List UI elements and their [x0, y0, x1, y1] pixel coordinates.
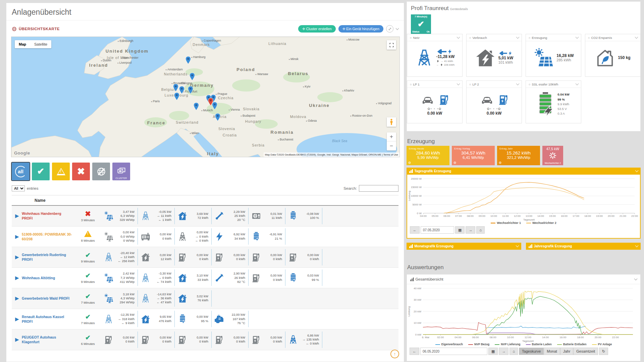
year-chart-bar[interactable]: Jahresgrafik Erzeugung [526, 243, 641, 250]
overall-overview-header[interactable]: Gesamtübersicht [407, 275, 640, 284]
calendar-button[interactable]: ▦ [455, 226, 465, 234]
plant-name[interactable]: Renault Autohaus Kassel PROFI [22, 314, 75, 324]
map-marker[interactable] [190, 72, 195, 81]
row-play-button[interactable]: ▶ [12, 316, 22, 322]
house-bolt-icon [475, 47, 496, 68]
tab-tageskurve[interactable]: Tageskurve [519, 348, 544, 355]
search-input[interactable] [359, 185, 398, 192]
verbrauch-energy: 101 kWh [498, 60, 514, 64]
device-metric-cell: 0,00 kW0 kWh [175, 249, 212, 265]
filter-cluster-button[interactable]: CLUSTER [112, 163, 130, 180]
next-day-button[interactable]: → [499, 348, 508, 355]
prev-day-button[interactable]: ← [410, 348, 419, 355]
overall-date-input[interactable] [420, 348, 487, 355]
home-button[interactable]: ⌂ [509, 348, 518, 355]
map-marker[interactable] [185, 56, 191, 64]
plant-name[interactable]: Wohnhaus Altötting [22, 276, 75, 280]
card-erzeugung[interactable]: ○Erzeugung 16,28 kW 285 kWh [526, 34, 581, 77]
filter-warning-button[interactable]: ! [52, 163, 70, 180]
create-cluster-button[interactable]: ✛ Cluster erstellen [298, 25, 336, 33]
card-co2[interactable]: ○CO2 Ersparnis 150 kg [585, 34, 641, 77]
fullscreen-button[interactable] [387, 40, 396, 50]
collapse-chevron-icon[interactable] [396, 26, 399, 30]
inverter-tile[interactable]: 47,5 kW Wechselrichter 2 [542, 146, 563, 165]
filter-all-button[interactable]: all [12, 163, 30, 180]
zoom-out-button[interactable]: − [387, 141, 396, 150]
map-marker[interactable] [174, 92, 180, 101]
map-marker[interactable] [188, 86, 194, 94]
map-marker[interactable] [208, 98, 214, 106]
svg-text:20:00: 20:00 [608, 215, 615, 218]
map-marker[interactable] [194, 102, 199, 111]
table-row[interactable]: ▶ Wohnhaus Altötting ✔9 Minutes 2,42 kW7… [12, 268, 398, 289]
table-row[interactable]: ▶ 51909-00005: POWRBANK 30-60/208 !8 Min… [12, 227, 398, 247]
row-play-button[interactable]: ▶ [12, 275, 22, 281]
row-play-button[interactable]: ▶ [12, 213, 22, 219]
plant-name[interactable]: Wohnhaus Handenberg PROFI [22, 211, 75, 221]
yield-tile[interactable]: Ertrag Jahr15.262 kWh321,2 Wh/Wp ⚙ [497, 146, 540, 165]
home-button[interactable]: ⌂ [476, 226, 485, 234]
month-chart-bar[interactable]: Monatsgrafik Erzeugung [407, 243, 521, 250]
card-netz[interactable]: ○Netz -11,28 kW →41 kWh ←226 kWh [407, 34, 463, 77]
map[interactable]: Black Sea United KingdomIrelandIsle of M… [11, 37, 400, 157]
table-row[interactable]: ▶ Wohnhaus Handenberg PROFI ✖3 Minutes 3… [12, 206, 398, 227]
card-title: Netz [413, 36, 420, 40]
map-marker[interactable] [173, 83, 179, 92]
tab-gesamtzeit[interactable]: Gesamtzeit [573, 348, 598, 355]
device-metric-cell: 0,01 kW11 kWh [249, 208, 285, 224]
row-play-button[interactable]: ▶ [12, 254, 22, 260]
status-tile[interactable]: 7 Minute(n) ✔ Status Ok [411, 14, 431, 34]
scroll-top-button[interactable]: ↑ [390, 350, 399, 358]
row-play-button[interactable]: ▶ [12, 234, 22, 240]
refresh-button[interactable]: ↻ [599, 348, 608, 355]
map-marker[interactable] [179, 86, 185, 94]
map-button[interactable]: Map [15, 40, 30, 48]
card-lp2[interactable]: ○LP 2 ◇- - -◇ 0.00 kW [466, 80, 522, 123]
table-row[interactable]: ▶ Gewerbebetrieb Ruderting PROFI ✔9 Minu… [12, 247, 398, 268]
pylon-icon [141, 273, 151, 283]
table-row[interactable]: ▶ Renault Autohaus Kassel PROFI ✔7 Minut… [12, 309, 398, 330]
table-row[interactable]: ▶ Gewerbebetrieb Wald PROFI ✔7 Minutes 3… [12, 288, 398, 309]
calendar-button[interactable]: ▦ [488, 348, 498, 355]
bolt-icon [214, 232, 224, 242]
day-chart-bar[interactable]: Tagesgrafik Erzeugung [407, 168, 641, 175]
charging-icon [177, 335, 187, 345]
device-metric-cell: -0,05 kW→ 11 kWh← 1 kWh [138, 208, 175, 224]
prev-day-button[interactable]: ← [410, 226, 420, 234]
satellite-button[interactable]: Satellite [30, 40, 51, 48]
entries-select[interactable]: All [12, 185, 25, 191]
tab-jahr[interactable]: Jahr [560, 348, 573, 355]
svg-text:21:00: 21:00 [620, 215, 627, 218]
row-play-button[interactable]: ▶ [12, 295, 22, 301]
table-header-name[interactable]: Name [12, 195, 398, 206]
device-metric-cell: 6,86 kW→ 135 kWh← 0 kWh [285, 331, 322, 348]
zoom-in-button[interactable]: + [387, 132, 396, 141]
expand-icon[interactable] [386, 25, 393, 33]
card-battery[interactable]: ○SSL esafer 10kWh 0.04 kW 99 % [526, 80, 581, 123]
battery-soc: 99 % [557, 98, 565, 101]
plant-name[interactable]: PEUGEOT Autohaus Klagenfurt [22, 335, 75, 344]
tab-monat[interactable]: Monat [544, 348, 560, 355]
day-date-input[interactable] [421, 226, 454, 234]
card-verbrauch[interactable]: ○Verbrauch 5,01 kW 101 kWh [466, 34, 522, 77]
filter-ok-button[interactable]: ✔ [32, 163, 50, 180]
plant-name[interactable]: 51909-00005: POWRBANK 30-60/208 [22, 232, 75, 241]
globe-icon [12, 26, 17, 32]
row-play-button[interactable]: ▶ [12, 337, 22, 343]
plant-name[interactable]: Gewerbebetrieb Wald PROFI [22, 296, 75, 301]
next-day-button[interactable]: → [466, 226, 475, 234]
yield-tile[interactable]: Ertrag Heute284,60 kWh5,99 Wh/Wp ⚙ [407, 146, 449, 165]
plant-name[interactable]: Gewerbebetrieb Ruderting PROFI [22, 252, 75, 262]
solar-icon [104, 273, 114, 283]
card-lp1[interactable]: ○LP 1 ◇- - -◇ 0.00 kW [407, 80, 463, 123]
filter-error-button[interactable]: ✖ [72, 163, 90, 180]
add-device-button[interactable]: ✛ Ein Gerät hinzufügen [338, 25, 383, 33]
device-details-title: Profi TraunreutGerätedetails [411, 5, 636, 12]
map-marker[interactable] [215, 113, 221, 121]
table-row[interactable]: ▶ PEUGEOT Autohaus Klagenfurt ✔6 Minutes… [12, 329, 398, 350]
pegman-control[interactable] [387, 117, 396, 127]
yield-tile[interactable]: Ertrag Vortag304,57 kWh6,41 Wh/Wp ⚙ [452, 146, 495, 165]
house-icon [141, 252, 151, 262]
filter-offline-button[interactable] [92, 163, 110, 180]
svg-text:20:00: 20:00 [595, 336, 602, 339]
